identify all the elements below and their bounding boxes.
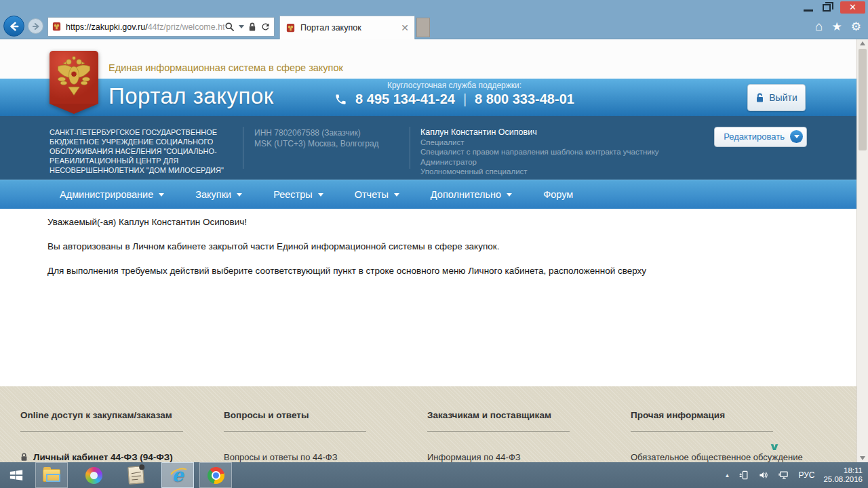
footer-link-discussion[interactable]: Обязательное общественное обсуждение: [631, 452, 834, 462]
instruction-text: Для выполнения требуемых действий выбери…: [47, 266, 807, 276]
site-favicon: [52, 22, 62, 32]
chevron-down-icon: [237, 193, 242, 197]
support-phone-primary: 8 495 134-41-24: [355, 92, 455, 107]
clock-time: 18:11: [823, 466, 863, 475]
footer-link-label: Личный кабинет 44-ФЗ (94-ФЗ): [33, 452, 173, 462]
menu-item-dopolnitelno[interactable]: Дополнительно: [431, 189, 512, 200]
tray-expand-icon[interactable]: ▲: [724, 472, 730, 479]
tab-close-icon[interactable]: ✕: [401, 23, 409, 33]
refresh-icon[interactable]: [260, 22, 271, 32]
browser-chrome: https://zakupki.gov.ru/44fz/priz/welcome…: [0, 14, 868, 39]
edit-dropdown-icon[interactable]: [790, 130, 803, 143]
footer-column-customers: Заказчикам и поставщикам Информация по 4…: [427, 410, 631, 462]
divider: [20, 431, 183, 432]
organization-bar: САНКТ-ПЕТЕРБУРГСКОЕ ГОСУДАРСТВЕННОЕ БЮДЖ…: [0, 116, 868, 180]
user-role: Специалист: [420, 138, 719, 148]
home-icon[interactable]: ⌂: [815, 19, 823, 34]
main-menu: Администрирование Закупки Реестры Отчеты…: [0, 180, 868, 209]
internet-explorer-icon: e: [172, 466, 183, 484]
network-icon[interactable]: [778, 470, 789, 481]
phone-icon: [334, 93, 347, 106]
scrollbar-up-icon[interactable]: [860, 41, 865, 45]
footer-link-faq44[interactable]: Вопросы и ответы по 44-ФЗ: [224, 452, 427, 462]
url-text[interactable]: https://zakupki.gov.ru/44fz/priz/welcome…: [66, 22, 224, 32]
page-scrollbar[interactable]: [856, 39, 868, 462]
menu-item-administrirovanie[interactable]: Администрирование: [60, 189, 164, 200]
chevron-down-icon: [507, 193, 512, 197]
user-block: Каплун Константин Осипович Специалист Сп…: [420, 127, 719, 177]
system-tray: ▲ РУС 18:11 25.08.2016: [724, 462, 863, 488]
file-explorer-icon: [43, 469, 60, 482]
scrollbar-down-icon[interactable]: [860, 456, 865, 460]
site-top-strip: Единая информационная система в сфере за…: [0, 39, 868, 79]
footer-heading: Online доступ к закупкам/заказам: [20, 410, 224, 420]
double-eagle-icon: [54, 55, 94, 100]
volume-icon[interactable]: [758, 470, 769, 481]
menu-label: Закупки: [195, 189, 231, 200]
footer-column-faq: Вопросы и ответы Вопросы и ответы по 44-…: [224, 410, 427, 462]
taskbar-media-app[interactable]: [77, 462, 110, 488]
scroll-down-chevron-icon[interactable]: ∨: [768, 441, 780, 453]
menu-label: Администрирование: [60, 189, 153, 200]
organization-name: САНКТ-ПЕТЕРБУРГСКОЕ ГОСУДАРСТВЕННОЕ БЮДЖ…: [50, 127, 248, 175]
favorites-star-icon[interactable]: ★: [832, 20, 842, 34]
search-icon[interactable]: [224, 22, 235, 32]
url-domain: https://zakupki.gov.ru/: [66, 22, 148, 32]
menu-item-reestry[interactable]: Реестры: [273, 189, 323, 200]
language-indicator[interactable]: РУС: [798, 470, 814, 480]
menu-item-otchety[interactable]: Отчеты: [355, 189, 399, 200]
footer-heading: Заказчикам и поставщикам: [427, 410, 631, 420]
organization-timezone: MSK (UTC+3) Москва, Волгоград: [254, 138, 400, 149]
footer-link-label: Информация по 44-ФЗ: [427, 452, 521, 462]
address-bar[interactable]: https://zakupki.gov.ru/44fz/priz/welcome…: [47, 17, 275, 37]
windows-logo-icon: [9, 468, 24, 483]
taskbar-internet-explorer[interactable]: e: [161, 462, 194, 488]
chevron-down-icon: [159, 193, 164, 197]
welcome-content: Уважаемый(-ая) Каплун Константин Осипови…: [0, 209, 868, 386]
divider: [224, 431, 366, 432]
organization-inn: ИНН 7802067588 (Заказчик): [254, 127, 400, 138]
taskbar-file-explorer[interactable]: [35, 462, 68, 488]
url-path: 44fz/priz/welcome.htn: [148, 22, 224, 32]
menu-label: Дополнительно: [431, 189, 501, 200]
tab-title: Портал закупок: [300, 23, 396, 33]
divider: [243, 127, 243, 169]
footer-link-info44[interactable]: Информация по 44-ФЗ: [427, 452, 631, 462]
coat-of-arms-logo: [50, 51, 98, 114]
forward-button[interactable]: [28, 18, 43, 34]
portal-title: Портал закупок: [108, 83, 274, 109]
footer-link-lk44[interactable]: Личный кабинет 44-ФЗ (94-ФЗ): [20, 452, 224, 462]
menu-item-zakupki[interactable]: Закупки: [195, 189, 242, 200]
lock-icon: [20, 453, 28, 462]
windows-taskbar: e ▲ РУС 18:11 25.08.2016: [0, 462, 868, 488]
lock-icon: [248, 22, 256, 32]
title-bar: ✕: [0, 0, 868, 15]
user-role: Администратор: [420, 158, 719, 167]
settings-gear-icon[interactable]: ⚙: [851, 20, 861, 34]
phone-separator: |: [463, 92, 467, 107]
footer-heading: Вопросы и ответы: [224, 410, 427, 420]
menu-item-forum[interactable]: Форум: [543, 189, 573, 200]
site-footer: Online доступ к закупкам/заказам Личный …: [0, 386, 868, 462]
support-phone-secondary: 8 800 333-48-01: [475, 92, 574, 107]
search-dropdown-icon[interactable]: [239, 25, 244, 28]
support-block: Круглосуточная служба поддержки: 8 495 1…: [319, 81, 590, 107]
edit-profile-button[interactable]: Редактировать: [714, 127, 807, 147]
taskbar-chrome[interactable]: [199, 462, 232, 488]
clock[interactable]: 18:11 25.08.2016: [823, 466, 863, 484]
power-icon[interactable]: [738, 470, 749, 481]
minimize-button[interactable]: [804, 3, 813, 12]
logout-button[interactable]: Выйти: [747, 84, 806, 111]
start-button[interactable]: [0, 462, 33, 488]
taskbar-journal-app[interactable]: [119, 462, 152, 488]
menu-label: Отчеты: [355, 189, 389, 200]
chevron-down-icon: [394, 193, 399, 197]
tab-portal-zakupok[interactable]: Портал закупок ✕: [279, 16, 415, 39]
scrollbar-thumb[interactable]: [859, 49, 867, 150]
restore-button[interactable]: [823, 4, 831, 12]
close-button[interactable]: ✕: [840, 1, 865, 14]
back-button[interactable]: [3, 16, 24, 37]
new-tab-button[interactable]: [416, 18, 430, 37]
footer-link-label: Обязательное общественное обсуждение: [631, 452, 803, 462]
menu-label: Реестры: [273, 189, 313, 200]
